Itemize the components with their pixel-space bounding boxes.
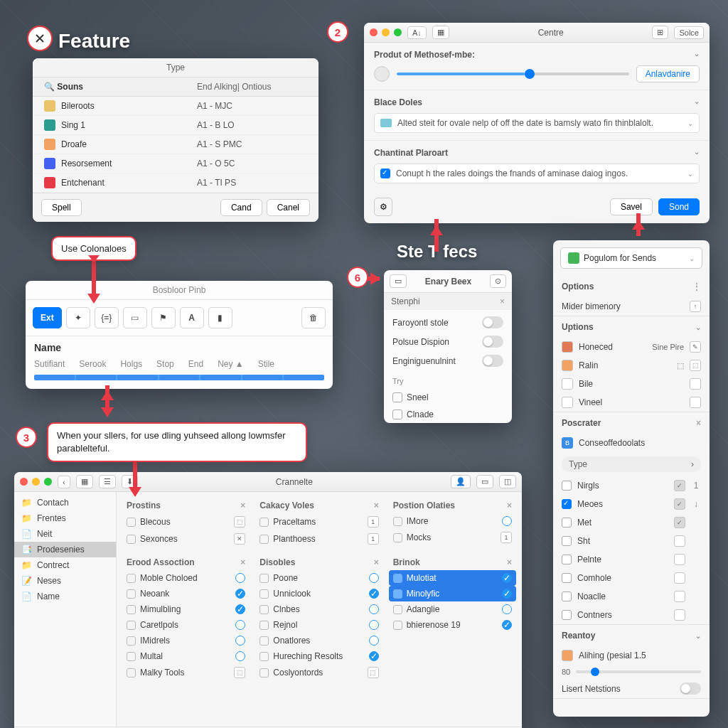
- table-row[interactable]: Clnbes: [255, 601, 382, 617]
- tool-trash-icon[interactable]: 🗑: [301, 307, 326, 328]
- chevron-down-icon[interactable]: ⌄: [695, 323, 701, 331]
- sidebar-item[interactable]: 📁Contach: [14, 495, 116, 510]
- col-header[interactable]: Holgs: [120, 359, 142, 369]
- type-item[interactable]: Comhole: [553, 569, 710, 587]
- table-row[interactable]: Unniclook✓: [255, 586, 382, 601]
- list-item[interactable]: ResorsementA1 - O 5C: [33, 154, 318, 173]
- table-row[interactable]: Neoank✓: [122, 586, 250, 601]
- table-row[interactable]: Mocks1: [389, 529, 516, 546]
- sidebar-item[interactable]: 📑Prodesenies: [14, 542, 116, 557]
- close-icon[interactable]: ×: [240, 500, 245, 510]
- try-item[interactable]: Clnade: [384, 406, 512, 423]
- method-slider[interactable]: [397, 73, 629, 75]
- nav-user-icon[interactable]: 👤: [451, 475, 471, 488]
- col-header[interactable]: Ney ▲: [218, 359, 244, 369]
- type-bar[interactable]: Type›: [562, 456, 701, 472]
- close-icon[interactable]: ×: [507, 500, 512, 510]
- chevron-down-icon[interactable]: ⌄: [694, 97, 700, 107]
- table-row[interactable]: Minolyfic✓: [389, 586, 516, 601]
- save-button[interactable]: Savel: [610, 198, 653, 215]
- close-icon[interactable]: ×: [696, 418, 701, 428]
- sidebar-item[interactable]: 📝Neses: [14, 573, 116, 589]
- table-row[interactable]: Sexonces✕: [122, 530, 250, 547]
- table-row[interactable]: Malky Tools⬚: [122, 664, 250, 681]
- tool-card-icon[interactable]: ▭: [123, 307, 147, 328]
- close-icon[interactable]: ×: [507, 557, 512, 567]
- sidebar-item[interactable]: 📁Frentes: [14, 510, 116, 526]
- uption-row[interactable]: HonecedSine Pire✎: [553, 338, 710, 356]
- table-row[interactable]: Praceltams1: [255, 513, 382, 530]
- table-row[interactable]: Coslyontords⬚: [255, 664, 382, 681]
- type-item[interactable]: Pelnte: [553, 550, 710, 569]
- tb-layout-icon[interactable]: ⊞: [652, 26, 668, 39]
- table-row[interactable]: Multal: [122, 648, 250, 664]
- toggle[interactable]: [482, 316, 503, 328]
- sidebar-item[interactable]: 📄Name: [14, 589, 116, 604]
- canel-button[interactable]: Canel: [267, 199, 310, 216]
- table-row[interactable]: Blecous⬚: [122, 513, 250, 530]
- col-header[interactable]: Sutifiant: [34, 359, 65, 369]
- lisert-toggle[interactable]: [680, 682, 701, 695]
- tool-column-icon[interactable]: ▮: [208, 307, 232, 328]
- type-item[interactable]: Nirgls✓1: [553, 476, 710, 495]
- options-menu-icon[interactable]: ⋮: [692, 282, 701, 291]
- close-icon[interactable]: ×: [374, 500, 379, 510]
- tb-grid-icon[interactable]: ▦: [432, 26, 449, 39]
- spell-button[interactable]: Spell: [41, 199, 82, 216]
- sidebar-item[interactable]: 📄Neit: [14, 526, 116, 542]
- chevron-down-icon[interactable]: ⌄: [694, 148, 700, 158]
- sec3-checkbox[interactable]: [380, 168, 390, 178]
- table-row[interactable]: Hureching Resolts✓: [255, 648, 382, 664]
- tool-sparkle-icon[interactable]: ✦: [66, 307, 90, 328]
- toggle[interactable]: [482, 355, 503, 367]
- table-row[interactable]: Poone: [255, 570, 382, 586]
- chevron-down-icon[interactable]: ⌄: [694, 50, 700, 60]
- toggle[interactable]: [482, 336, 503, 348]
- list-item[interactable]: BilerootsA1 - MJC: [33, 97, 318, 116]
- list-item[interactable]: Sing 1A1 - B LO: [33, 116, 318, 135]
- list-item[interactable]: EntchenantA1 - TI PS: [33, 173, 318, 193]
- try-item[interactable]: Sneel: [384, 389, 512, 406]
- tool-brackets-icon[interactable]: {=}: [95, 307, 119, 328]
- nav-list-icon[interactable]: ☰: [99, 475, 116, 488]
- chevron-down-icon[interactable]: ⌄: [695, 632, 701, 640]
- table-row[interactable]: Mimulbling✓: [122, 601, 250, 617]
- nav-grid-icon[interactable]: ▦: [76, 475, 93, 488]
- chevron-down-icon[interactable]: ⌄: [687, 170, 693, 178]
- p6-search-icon[interactable]: ⊙: [490, 274, 506, 288]
- type-item[interactable]: Met✓: [553, 513, 710, 532]
- tb-sort-icon[interactable]: A↓: [407, 26, 427, 39]
- traffic-lights[interactable]: [370, 28, 402, 36]
- col-header[interactable]: Stile: [258, 359, 274, 369]
- nav-panels-icon[interactable]: ◫: [499, 475, 516, 488]
- list-item[interactable]: DroafeA1 - S PMC: [33, 135, 318, 154]
- table-row[interactable]: Moble Choloed: [122, 570, 250, 586]
- cand-button[interactable]: Cand: [220, 199, 262, 216]
- p6-back-icon[interactable]: ▭: [390, 274, 407, 288]
- table-row[interactable]: Adanglie: [389, 601, 516, 617]
- close-icon[interactable]: ×: [240, 557, 245, 567]
- nav-back-icon[interactable]: ‹: [58, 476, 70, 488]
- tool-flag-icon[interactable]: ⚑: [151, 307, 176, 328]
- uption-row[interactable]: Ralin⬚⬚: [553, 356, 710, 375]
- gear-icon[interactable]: ⚙: [374, 198, 392, 216]
- uption-row[interactable]: Vineel: [553, 393, 710, 412]
- type-item[interactable]: Meoes✓↓: [553, 495, 710, 513]
- type-item[interactable]: Noaclle: [553, 587, 710, 606]
- table-row[interactable]: IMidrels: [122, 633, 250, 648]
- ext-button[interactable]: Ext: [33, 307, 62, 328]
- traffic-lights[interactable]: [20, 478, 52, 486]
- sends-dropdown[interactable]: Pogulom for Sends⌄: [560, 247, 702, 269]
- table-row[interactable]: IMore: [389, 513, 516, 529]
- col-souns[interactable]: 🔍 Souns: [44, 82, 197, 92]
- table-row[interactable]: Onatlores: [255, 633, 382, 648]
- uption-row[interactable]: Bile: [553, 375, 710, 393]
- table-row[interactable]: Planthoess1: [255, 530, 382, 547]
- arrow-up-icon[interactable]: ↑: [690, 301, 701, 312]
- tb-solce-button[interactable]: Solce: [674, 26, 704, 39]
- table-row[interactable]: bhierenose 19✓: [389, 617, 516, 633]
- tool-font-icon[interactable]: A: [180, 307, 204, 328]
- reantoy-slider[interactable]: [576, 670, 701, 673]
- sidebar-item[interactable]: 📁Contrect: [14, 557, 116, 573]
- table-row[interactable]: Caretlpols: [122, 617, 250, 633]
